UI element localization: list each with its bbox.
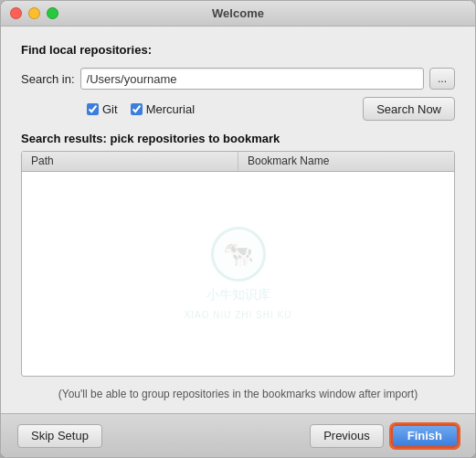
col-bookmark-header: Bookmark Name: [238, 152, 454, 171]
mercurial-label: Mercurial: [146, 102, 195, 116]
git-checkbox[interactable]: [87, 103, 99, 115]
footer-note: (You'll be able to group repositories in…: [21, 382, 455, 404]
maximize-button[interactable]: [47, 7, 58, 19]
table-header: Path Bookmark Name: [22, 152, 454, 172]
table-body[interactable]: 🐄 小牛知识库 XIAO NIU ZHI SHI KU: [22, 172, 454, 376]
git-label: Git: [102, 102, 118, 116]
window: Welcome Find local repositories: Search …: [0, 0, 476, 458]
search-in-label: Search in:: [21, 72, 75, 86]
watermark-cow-icon: 🐄: [222, 239, 254, 269]
finish-button[interactable]: Finish: [391, 424, 459, 448]
checkboxes-row: Git Mercurial: [87, 102, 195, 116]
search-input[interactable]: [80, 68, 424, 90]
results-section: Search results: pick repositories to boo…: [21, 130, 455, 404]
results-heading: Search results: pick repositories to boo…: [21, 132, 455, 145]
search-now-button[interactable]: Search Now: [363, 97, 455, 121]
main-content: Find local repositories: Search in: ... …: [1, 27, 475, 413]
window-title: Welcome: [212, 6, 264, 20]
results-table: Path Bookmark Name 🐄 小牛知识库 XIAO NIU ZHI …: [21, 151, 455, 377]
watermark-en-text: XIAO NIU ZHI SHI KU: [185, 309, 292, 322]
watermark-cn-text: 小牛知识库: [206, 287, 270, 304]
watermark-circle: 🐄: [211, 227, 266, 282]
mercurial-checkbox-label[interactable]: Mercurial: [131, 102, 195, 116]
browse-button[interactable]: ...: [429, 68, 455, 90]
minimize-button[interactable]: [28, 7, 40, 19]
previous-button[interactable]: Previous: [310, 424, 384, 448]
search-in-row: Search in: ...: [21, 68, 455, 90]
titlebar: Welcome: [1, 1, 475, 27]
close-button[interactable]: [10, 7, 22, 19]
git-checkbox-label[interactable]: Git: [87, 102, 118, 116]
bottom-bar: Skip Setup Previous Finish: [1, 413, 475, 457]
mercurial-checkbox[interactable]: [131, 103, 143, 115]
col-path-header: Path: [22, 152, 238, 171]
find-section: Find local repositories: Search in: ... …: [21, 43, 455, 121]
nav-buttons: Previous Finish: [310, 424, 459, 448]
watermark: 🐄 小牛知识库 XIAO NIU ZHI SHI KU: [185, 227, 292, 322]
skip-setup-button[interactable]: Skip Setup: [17, 424, 102, 448]
find-heading: Find local repositories:: [21, 43, 455, 57]
window-controls: [10, 7, 58, 19]
